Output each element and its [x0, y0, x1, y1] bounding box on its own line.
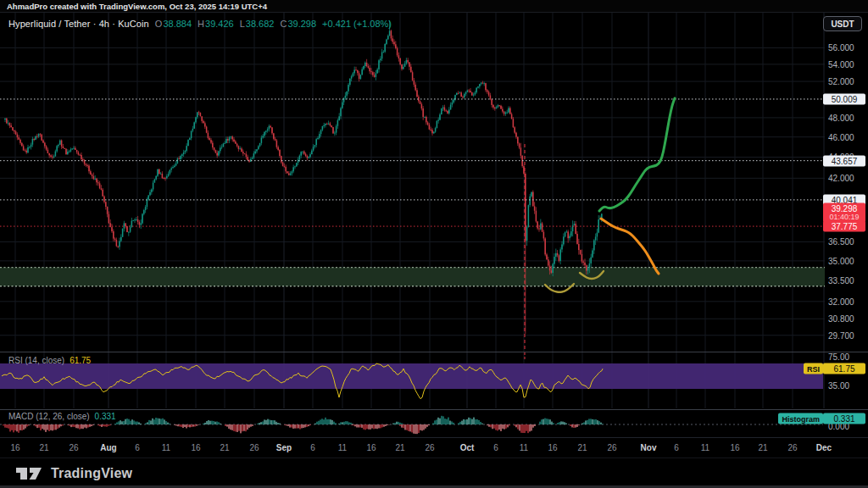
time-tick-26: 26 — [249, 443, 259, 452]
time-axis[interactable]: 162126Aug611162126Sep611162126Oct6111621… — [0, 437, 868, 458]
rsi-value-label: 61.75 — [823, 363, 865, 374]
symbol-header: Hyperliquid / Tether · 4h · KuCoin O38.8… — [8, 18, 392, 30]
time-tick-Oct: Oct — [460, 443, 475, 452]
macd-pane[interactable] — [0, 410, 825, 436]
time-tick-Nov: Nov — [641, 443, 657, 452]
time-tick-11: 11 — [338, 443, 347, 452]
footer-bar: TradingView — [0, 458, 868, 488]
price-tick-56.000: 56.000 — [828, 43, 854, 53]
price-axis[interactable]: 56.00054.00052.00048.00046.00044.00042.0… — [825, 13, 868, 437]
price-tick-32.000: 32.000 — [828, 297, 854, 306]
time-tick-21: 21 — [39, 443, 48, 452]
rsi-current-value: 61.75 — [70, 356, 91, 365]
ohlc-high: H39.426 — [198, 19, 234, 29]
price-tick-36.500: 36.500 — [828, 237, 854, 247]
price-tick-48.000: 48.000 — [828, 113, 854, 122]
time-tick-26: 26 — [607, 443, 616, 452]
time-tick-Dec: Dec — [816, 443, 832, 452]
macd-label[interactable]: MACD (12, 26, close) — [8, 412, 90, 421]
rsi-tick-35: 35.00 — [828, 381, 849, 391]
ohlc-low: L38.682 — [240, 19, 275, 29]
level-label-37.775: 37.775 — [823, 221, 865, 232]
time-tick-11: 11 — [162, 443, 170, 452]
price-pane[interactable] — [0, 13, 825, 352]
time-tick-6: 6 — [493, 443, 498, 452]
attribution-text: AhmadPro created with TradingView.com, O… — [7, 2, 267, 11]
time-tick-21: 21 — [395, 443, 404, 452]
level-label-50.009: 50.009 — [823, 93, 865, 104]
time-tick-16: 16 — [191, 443, 200, 452]
time-tick-26: 26 — [69, 443, 78, 452]
rsi-label[interactable]: RSI (14, close) — [8, 356, 64, 365]
symbol-title[interactable]: Hyperliquid / Tether · 4h · KuCoin — [8, 19, 149, 29]
time-tick-21: 21 — [577, 443, 587, 452]
price-tick-42.000: 42.000 — [828, 174, 854, 183]
time-tick-6: 6 — [674, 443, 679, 452]
macd-value-label: 0.331 — [823, 413, 865, 424]
tradingview-wordmark[interactable]: TradingView — [51, 466, 132, 481]
time-tick-21: 21 — [758, 443, 767, 452]
attribution-bar: AhmadPro created with TradingView.com, O… — [0, 0, 868, 13]
pane-separator-rsi[interactable] — [0, 352, 868, 352]
time-tick-11: 11 — [520, 443, 528, 452]
rsi-header: RSI (14, close) 61.75 — [8, 356, 91, 365]
time-tick-21: 21 — [220, 443, 229, 452]
rsi-pane[interactable] — [0, 352, 825, 408]
price-tick-33.500: 33.500 — [828, 276, 854, 286]
tradingview-chart-window: AhmadPro created with TradingView.com, O… — [0, 0, 868, 488]
ohlc-close: C39.298 — [280, 19, 316, 29]
rsi-tick-75: 75.00 — [828, 352, 849, 362]
price-tick-52.000: 52.000 — [828, 77, 854, 86]
time-tick-11: 11 — [701, 443, 709, 452]
time-tick-16: 16 — [548, 443, 557, 452]
time-tick-16: 16 — [366, 443, 376, 452]
price-change: +0.421 (+1.08%) — [322, 19, 392, 29]
macd-header: MACD (12, 26, close) 0.331 — [8, 412, 116, 421]
time-tick-6: 6 — [135, 443, 140, 452]
time-tick-16: 16 — [10, 443, 19, 452]
price-tick-46.000: 46.000 — [828, 132, 854, 141]
macd-current-value: 0.331 — [95, 412, 116, 421]
price-tick-54.000: 54.000 — [828, 59, 854, 69]
histogram-tag: Histogram — [778, 413, 823, 424]
currency-toggle-button[interactable]: USDT — [823, 16, 862, 31]
last-price-label: 39.29801:40:19 — [823, 202, 865, 222]
time-tick-6: 6 — [310, 443, 315, 452]
price-tick-29.700: 29.700 — [828, 330, 854, 340]
time-tick-Sep: Sep — [276, 443, 292, 452]
time-tick-Aug: Aug — [100, 443, 116, 452]
time-tick-26: 26 — [787, 443, 797, 452]
price-tick-35.000: 35.000 — [828, 256, 854, 265]
ohlc-open: O38.884 — [155, 19, 192, 29]
time-tick-26: 26 — [425, 443, 434, 452]
rsi-tag: RSI — [804, 363, 823, 374]
pane-separator-macd[interactable] — [0, 409, 868, 410]
tradingview-logo-icon[interactable] — [15, 466, 44, 481]
countdown-timer: 01:40:19 — [823, 213, 865, 221]
level-label-43.657: 43.657 — [823, 155, 865, 166]
time-tick-16: 16 — [730, 443, 739, 452]
price-tick-30.800: 30.800 — [828, 314, 854, 324]
